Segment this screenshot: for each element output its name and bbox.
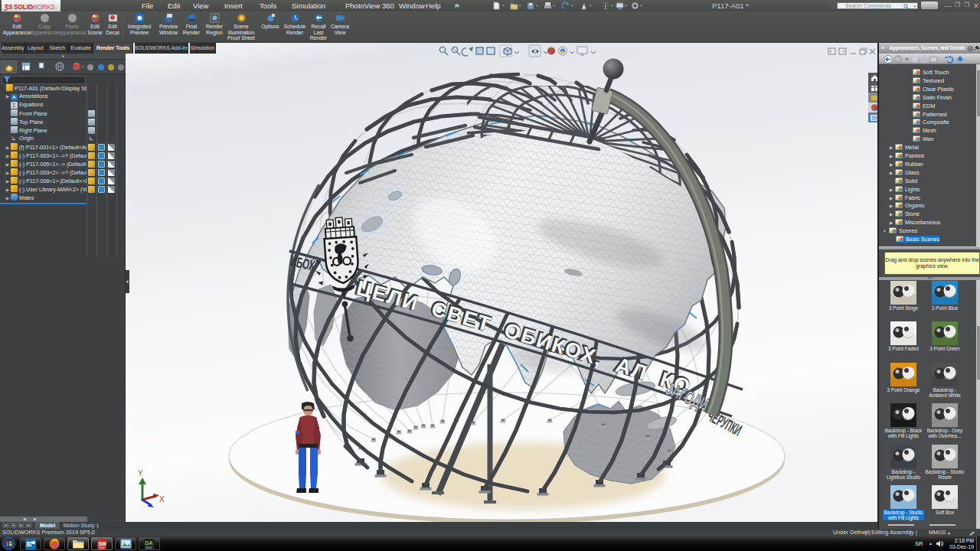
svg-text:2019: 2019: [145, 546, 152, 549]
svg-text:DA: DA: [145, 540, 153, 546]
svg-text:WORKS: WORKS: [31, 3, 55, 10]
svg-text:Y: Y: [138, 469, 143, 478]
svg-text:X: X: [159, 495, 165, 504]
svg-text:ƷS: ƷS: [4, 2, 13, 10]
svg-text:O: O: [28, 542, 31, 546]
svg-text:SOLID: SOLID: [14, 3, 33, 10]
svg-text:2019: 2019: [99, 546, 105, 549]
